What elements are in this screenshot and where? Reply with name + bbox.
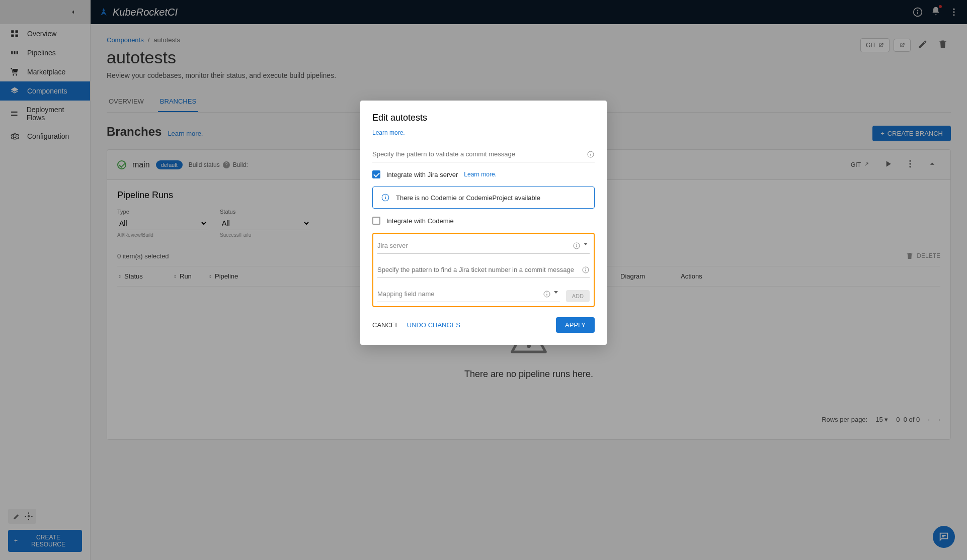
info-icon[interactable]	[587, 150, 595, 158]
modal-title: Edit autotests	[372, 113, 595, 123]
undo-button[interactable]: UNDO CHANGES	[407, 321, 460, 329]
jira-server-select[interactable]: Jira server	[377, 238, 590, 254]
info-icon[interactable]	[543, 290, 551, 298]
chevron-down-icon	[554, 291, 558, 294]
info-icon	[381, 193, 390, 202]
jira-server-field: Jira server	[377, 238, 590, 254]
jira-checkbox[interactable]	[372, 170, 380, 178]
ticket-pattern-field	[377, 262, 590, 278]
svg-rect-29	[576, 245, 577, 247]
add-mapping-button[interactable]: ADD	[566, 290, 590, 302]
cancel-button[interactable]: CANCEL	[372, 321, 399, 329]
jira-learn-more[interactable]: Learn more.	[464, 171, 497, 178]
modal-footer: CANCEL UNDO CHANGES APPLY	[372, 317, 595, 333]
svg-rect-35	[546, 294, 547, 295]
jira-checkbox-row: Integrate with Jira server Learn more.	[372, 170, 595, 178]
codemie-checkbox-row: Integrate with Codemie	[372, 217, 595, 225]
svg-point-31	[585, 268, 586, 269]
commit-pattern-field	[372, 146, 595, 162]
commit-pattern-input[interactable]	[372, 146, 595, 162]
svg-point-22	[590, 153, 591, 153]
svg-point-25	[385, 196, 386, 197]
apply-button[interactable]: APPLY	[556, 317, 595, 333]
jira-config-highlight: Jira server Mapping field name ADD	[372, 233, 595, 307]
mapping-field: Mapping field name	[377, 286, 560, 302]
modal-learn-more[interactable]: Learn more.	[372, 129, 595, 136]
svg-rect-32	[585, 269, 586, 271]
svg-point-28	[576, 244, 577, 245]
info-icon[interactable]	[582, 266, 590, 274]
codemie-checkbox[interactable]	[372, 217, 380, 225]
edit-modal: Edit autotests Learn more. Integrate wit…	[360, 101, 607, 345]
info-icon[interactable]	[573, 242, 581, 250]
mapping-select[interactable]: Mapping field name	[377, 286, 560, 302]
chevron-down-icon	[584, 243, 588, 245]
mapping-row: Mapping field name ADD	[377, 286, 590, 302]
ticket-pattern-input[interactable]	[377, 262, 590, 278]
svg-point-34	[546, 293, 547, 293]
svg-rect-23	[590, 154, 591, 155]
svg-rect-26	[385, 197, 386, 199]
codemie-warning: There is no Codemie or CodemieProject av…	[372, 186, 595, 209]
